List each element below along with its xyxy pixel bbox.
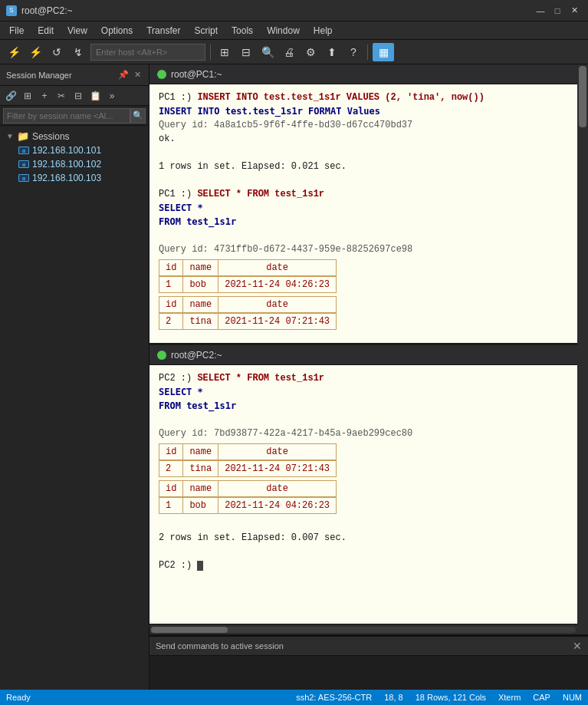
- sessions-label: Sessions: [32, 131, 70, 142]
- menu-item-options[interactable]: Options: [95, 24, 139, 38]
- toolbar-separator-1: [210, 44, 211, 60]
- print-button[interactable]: 🖨: [280, 43, 298, 61]
- terminal-2-title: root@PC2:~: [171, 350, 222, 361]
- menu-item-transfer[interactable]: Transfer: [140, 24, 186, 38]
- terminal-command-line: PC1 :) INSERT INTO test.test_1s1r VALUES…: [159, 91, 568, 104]
- h-scroll-track: [151, 627, 576, 633]
- disconnect-button[interactable]: ↯: [69, 43, 87, 61]
- menu-item-script[interactable]: Script: [188, 24, 224, 38]
- terminal-query-id: Query id: 7bd93877-422a-4217-b45a-9aeb29…: [159, 427, 568, 440]
- status-right: ssh2: AES-256-CTR 18, 8 18 Rows, 121 Col…: [296, 693, 582, 702]
- horizontal-scrollbar[interactable]: [149, 624, 577, 634]
- maximize-button[interactable]: □: [550, 4, 565, 18]
- close-button[interactable]: ✕: [567, 4, 582, 18]
- sm-more-button[interactable]: »: [104, 88, 120, 104]
- window-title: root@PC2:~: [21, 5, 73, 16]
- status-num: NUM: [563, 693, 582, 702]
- copy-button[interactable]: ⊞: [215, 43, 234, 61]
- terminal-1-title: root@PC1:~: [171, 69, 222, 80]
- terminal-2-titlebar: root@PC2:~: [149, 345, 577, 365]
- terminal-2-content[interactable]: PC2 :) SELECT * FROM test_1s1rSELECT * F…: [149, 365, 577, 624]
- session-item-2[interactable]: 🖥 192.168.100.103: [12, 171, 149, 185]
- settings-button[interactable]: ⚙: [301, 43, 320, 61]
- folder-icon: 📁: [17, 130, 29, 142]
- filter-search-button[interactable]: 🔍: [130, 108, 146, 124]
- terminal-output: [159, 333, 568, 343]
- terminal-command-line: PC2 :) SELECT * FROM test_1s1r: [159, 371, 568, 385]
- host-input[interactable]: [90, 44, 205, 61]
- status-bar: Ready ssh2: AES-256-CTR 18, 8 18 Rows, 1…: [0, 690, 588, 705]
- sm-copy-button[interactable]: ⊟: [71, 88, 86, 104]
- session-item-0[interactable]: 🖥 192.168.100.101: [12, 143, 149, 157]
- sm-view-button[interactable]: ⊞: [20, 88, 35, 104]
- upload-button[interactable]: ⬆: [323, 43, 341, 61]
- find-button[interactable]: 🔍: [258, 43, 277, 61]
- status-position: 18, 8: [384, 693, 402, 702]
- reconnect-button[interactable]: ↺: [48, 43, 66, 61]
- monitor-icon-1: 🖥: [18, 160, 29, 168]
- help-button[interactable]: ?: [344, 43, 363, 61]
- menu-item-window[interactable]: Window: [261, 24, 306, 38]
- terminal-keyword-output: SELECT * FROM test_1s1r: [159, 201, 568, 229]
- session-filter-input[interactable]: [3, 108, 130, 124]
- terminal-output: [159, 173, 568, 187]
- sm-close-button[interactable]: ✕: [133, 69, 143, 81]
- session-filter: 🔍: [0, 106, 149, 126]
- title-controls: — □ ✕: [533, 4, 582, 18]
- terminal-output: 1 rows in set. Elapsed: 0.021 sec.: [159, 160, 568, 173]
- sessions-root[interactable]: ▼ 📁 Sessions: [0, 129, 149, 143]
- menu-item-view[interactable]: View: [61, 24, 94, 38]
- menu-item-help[interactable]: Help: [307, 24, 339, 38]
- new-session-button[interactable]: ⚡: [5, 43, 23, 61]
- sm-cut-button[interactable]: ✂: [54, 88, 69, 104]
- status-ready: Ready: [6, 693, 31, 702]
- terminal-query-id: Query id: 4a8a1cb5-9f6f-4ffe-bd30-d67cc4…: [159, 118, 568, 132]
- app-icon: S: [6, 5, 17, 16]
- session-manager-title: Session Manager: [6, 71, 72, 80]
- toolbar-separator-2: [367, 44, 368, 60]
- menu-item-edit[interactable]: Edit: [31, 24, 60, 38]
- connect-button[interactable]: ⚡: [26, 43, 44, 61]
- paste-button[interactable]: ⊟: [237, 43, 255, 61]
- session-toolbar: 🔗 ⊞ + ✂ ⊟ 📋 »: [0, 86, 149, 106]
- sm-paste-button[interactable]: 📋: [87, 88, 103, 104]
- minimize-button[interactable]: —: [533, 4, 548, 18]
- terminal-table: idnamedate2tina2021-11-24 07:21:43: [159, 296, 337, 330]
- command-bar: Send commands to active session ✕: [149, 636, 588, 656]
- h-scroll-thumb[interactable]: [151, 627, 228, 633]
- command-bar-close-button[interactable]: ✕: [573, 640, 582, 652]
- terminals-wrapper: root@PC1:~ PC1 :) INSERT INTO test.test_…: [149, 64, 588, 634]
- title-bar-left: S root@PC2:~: [6, 5, 73, 16]
- pin-button[interactable]: 📌: [117, 69, 130, 81]
- monitor-icon-2: 🖥: [18, 174, 29, 182]
- link-button[interactable]: 🔗: [3, 88, 18, 104]
- session-item-1[interactable]: 🖥 192.168.100.102: [12, 157, 149, 171]
- main-content: Session Manager 📌 ✕ 🔗 ⊞ + ✂ ⊟ 📋 » 🔍 ▼ 📁: [0, 64, 588, 690]
- terminal-output: [159, 146, 568, 160]
- terminal-1-content[interactable]: PC1 :) INSERT INTO test.test_1s1r VALUES…: [149, 84, 577, 343]
- terminal-output: 2 rows in set. Elapsed: 0.007 sec.: [159, 531, 568, 545]
- command-bar-label: Send commands to active session: [156, 641, 284, 651]
- session-list: 🖥 192.168.100.101 🖥 192.168.100.102 🖥 19…: [0, 143, 149, 185]
- terminal-table: idnamedate1bob2021-11-24 04:26:23: [159, 480, 337, 514]
- status-encryption: ssh2: AES-256-CTR: [296, 693, 372, 702]
- terminal-1-titlebar: root@PC1:~: [149, 64, 577, 84]
- terminal-output: [159, 545, 568, 558]
- session-panel: Session Manager 📌 ✕ 🔗 ⊞ + ✂ ⊟ 📋 » 🔍 ▼ 📁: [0, 64, 149, 690]
- status-terminal: Xterm: [498, 693, 521, 702]
- v-scroll-thumb[interactable]: [579, 66, 586, 127]
- vertical-scrollbar[interactable]: [577, 64, 588, 634]
- title-bar: S root@PC2:~ — □ ✕: [0, 0, 588, 21]
- menu-item-file[interactable]: File: [3, 24, 30, 38]
- session-header: Session Manager 📌 ✕: [0, 64, 149, 86]
- terminal-table: idnamedate1bob2021-11-24 04:26:23: [159, 259, 337, 293]
- session-tree: ▼ 📁 Sessions 🖥 192.168.100.101 🖥 192.168…: [0, 126, 149, 690]
- terminal-output: ok.: [159, 132, 568, 146]
- menu-item-tools[interactable]: Tools: [225, 24, 259, 38]
- extra-button[interactable]: ▦: [373, 43, 394, 61]
- status-left: Ready: [6, 693, 31, 702]
- sm-add-button[interactable]: +: [37, 88, 52, 104]
- status-info: 18 Rows, 121 Cols: [416, 693, 486, 702]
- command-input[interactable]: [149, 656, 588, 690]
- terminal-output: [159, 413, 568, 427]
